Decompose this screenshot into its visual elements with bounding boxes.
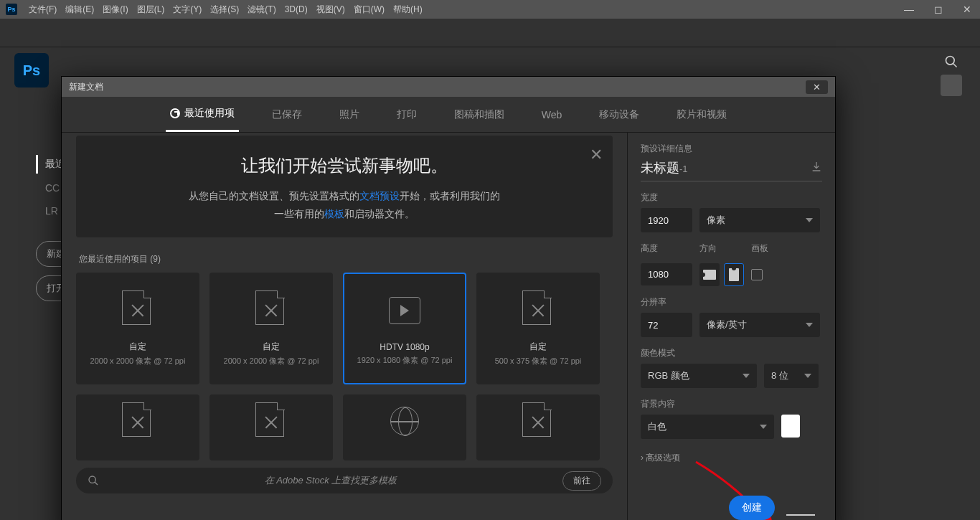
dialog-title: 新建文档 xyxy=(69,81,103,93)
create-button[interactable]: 创建 xyxy=(729,496,775,520)
options-bar xyxy=(0,19,980,47)
preset-details-panel: 预设详细信息 未标题-1 宽度 像素 高度 方向 xyxy=(627,133,835,520)
tab-photo[interactable]: 照片 xyxy=(335,98,364,131)
intro-close-icon[interactable]: ✕ xyxy=(590,146,603,164)
artboard-label: 画板 xyxy=(751,242,768,255)
intro-description: 从您自己的文档设置、预先设置格式的文档预设开始，或者利用我们的 一些有用的模板和… xyxy=(98,187,591,223)
intro-panel: ✕ 让我们开始尝试新事物吧。 从您自己的文档设置、预先设置格式的文档预设开始，或… xyxy=(76,136,613,237)
app-menubar: Ps 文件(F) 编辑(E) 图像(I) 图层(L) 文字(Y) 选择(S) 滤… xyxy=(0,0,980,19)
dialog-tabs: 最近使用项 已保存 照片 打印 图稿和插图 Web 移动设备 胶片和视频 xyxy=(62,97,835,133)
chevron-down-icon xyxy=(806,323,813,327)
preset-card[interactable] xyxy=(209,394,333,460)
color-mode-select[interactable]: RGB 颜色 xyxy=(641,364,757,388)
menu-image[interactable]: 图像(I) xyxy=(103,4,128,16)
presets-area: ✕ 让我们开始尝试新事物吧。 从您自己的文档设置、预先设置格式的文档预设开始，或… xyxy=(62,133,627,520)
document-icon xyxy=(255,402,284,437)
preset-card[interactable]: 自定 2000 x 2000 像素 @ 72 ppi xyxy=(209,273,333,384)
document-name[interactable]: 未标题-1 xyxy=(641,159,688,176)
window-minimize-icon[interactable]: — xyxy=(901,4,917,15)
stock-search-bar: 在 Adobe Stock 上查找更多模板 前往 xyxy=(76,468,613,493)
tab-art[interactable]: 图稿和插图 xyxy=(450,98,509,131)
save-preset-icon[interactable] xyxy=(811,161,822,175)
width-label: 宽度 xyxy=(641,192,822,204)
document-icon xyxy=(522,290,551,325)
menu-select[interactable]: 选择(S) xyxy=(210,4,239,16)
menu-filter[interactable]: 滤镜(T) xyxy=(248,4,275,16)
recent-items-label: 您最近使用的项目 (9) xyxy=(79,253,610,265)
orientation-portrait-button[interactable] xyxy=(724,263,744,286)
preset-card[interactable]: 自定 2000 x 2000 像素 @ 72 ppi xyxy=(76,273,199,384)
artboard-checkbox[interactable] xyxy=(751,269,763,280)
tab-recent[interactable]: 最近使用项 xyxy=(166,97,239,132)
menu-view[interactable]: 视图(V) xyxy=(316,4,345,16)
menu-layer[interactable]: 图层(L) xyxy=(137,4,165,16)
menu-file[interactable]: 文件(F) xyxy=(29,4,57,16)
account-button[interactable] xyxy=(941,75,962,96)
document-icon xyxy=(122,402,151,437)
width-unit-select[interactable]: 像素 xyxy=(699,208,820,232)
svg-point-2 xyxy=(89,476,95,483)
document-icon xyxy=(122,290,151,325)
home-logo-icon: Ps xyxy=(14,53,49,88)
advanced-options-toggle[interactable]: 高级选项 xyxy=(641,452,822,464)
video-icon xyxy=(389,297,420,324)
templates-link[interactable]: 模板 xyxy=(324,208,344,219)
resolution-input[interactable] xyxy=(641,313,692,337)
preset-card[interactable] xyxy=(476,394,600,460)
app-logo-icon: Ps xyxy=(6,4,17,15)
details-section-label: 预设详细信息 xyxy=(641,143,822,155)
search-icon[interactable] xyxy=(944,55,958,69)
svg-point-0 xyxy=(946,57,955,65)
tab-print[interactable]: 打印 xyxy=(392,98,421,131)
resolution-label: 分辨率 xyxy=(641,296,822,308)
search-icon xyxy=(88,475,99,486)
preset-card[interactable]: 自定 500 x 375 像素 @ 72 ppi xyxy=(476,273,600,384)
height-label: 高度 xyxy=(641,242,692,255)
svg-line-1 xyxy=(953,64,957,67)
go-button[interactable]: 前往 xyxy=(562,471,601,491)
height-input[interactable] xyxy=(641,263,692,285)
menu-type[interactable]: 文字(Y) xyxy=(173,4,202,16)
dialog-close-button[interactable]: ✕ xyxy=(806,80,828,94)
clock-icon xyxy=(170,108,180,118)
resolution-unit-select[interactable]: 像素/英寸 xyxy=(699,313,820,337)
document-icon xyxy=(522,402,551,437)
background-color-swatch[interactable] xyxy=(781,415,800,438)
preset-card[interactable] xyxy=(343,394,466,460)
color-mode-label: 颜色模式 xyxy=(641,347,822,359)
dialog-titlebar: 新建文档 ✕ xyxy=(62,77,835,97)
background-label: 背景内容 xyxy=(641,398,822,410)
background-select[interactable]: 白色 xyxy=(641,415,774,439)
preset-card[interactable] xyxy=(76,394,199,460)
orientation-label: 方向 xyxy=(699,242,744,255)
window-maximize-icon[interactable]: ◻ xyxy=(931,4,946,15)
menu-3d[interactable]: 3D(D) xyxy=(285,4,308,14)
tab-film[interactable]: 胶片和视频 xyxy=(672,98,731,131)
orientation-landscape-button[interactable] xyxy=(699,263,720,286)
presets-grid: 自定 2000 x 2000 像素 @ 72 ppi 自定 2000 x 200… xyxy=(76,273,613,460)
doc-presets-link[interactable]: 文档预设 xyxy=(359,190,400,202)
new-document-dialog: 新建文档 ✕ 最近使用项 已保存 照片 打印 图稿和插图 Web 移动设备 胶片… xyxy=(61,76,836,520)
window-close-icon[interactable]: ✕ xyxy=(960,4,974,15)
stock-search-input[interactable]: 在 Adobe Stock 上查找更多模板 xyxy=(108,474,554,487)
svg-line-3 xyxy=(95,482,98,485)
document-icon xyxy=(255,290,284,325)
tab-mobile[interactable]: 移动设备 xyxy=(595,98,644,131)
intro-title: 让我们开始尝试新事物吧。 xyxy=(98,154,591,177)
menu-help[interactable]: 帮助(H) xyxy=(393,4,423,16)
chevron-down-icon xyxy=(760,425,767,429)
chevron-down-icon xyxy=(804,374,811,378)
chevron-down-icon xyxy=(806,218,813,222)
globe-icon xyxy=(390,407,419,435)
menu-window[interactable]: 窗口(W) xyxy=(354,4,385,16)
tab-saved[interactable]: 已保存 xyxy=(268,98,306,131)
menu-edit[interactable]: 编辑(E) xyxy=(65,4,94,16)
width-input[interactable] xyxy=(641,208,692,232)
preset-card-selected[interactable]: HDTV 1080p 1920 x 1080 像素 @ 72 ppi xyxy=(343,273,466,384)
close-button-placeholder[interactable] xyxy=(786,514,815,516)
chevron-down-icon xyxy=(743,374,750,378)
tab-web[interactable]: Web xyxy=(537,99,567,131)
bit-depth-select[interactable]: 8 位 xyxy=(764,364,819,388)
